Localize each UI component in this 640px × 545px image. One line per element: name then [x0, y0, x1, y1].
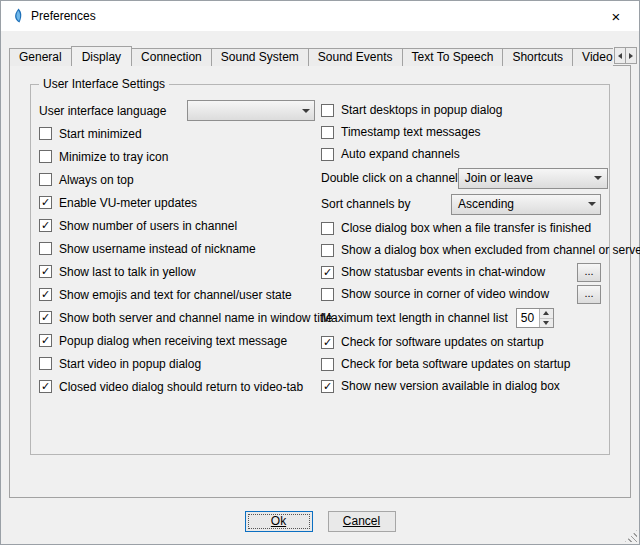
checkbox-row[interactable]: Check for beta software updates on start… — [321, 353, 601, 375]
tab-list: General Display Connection Sound System … — [9, 45, 613, 66]
tab-sound-events[interactable]: Sound Events — [308, 48, 403, 66]
checkbox[interactable]: ✓ — [39, 311, 52, 324]
checkbox-label: Start minimized — [59, 127, 142, 141]
double-click-label: Double click on a channel — [321, 171, 458, 185]
scroll-right-button[interactable] — [625, 47, 637, 64]
checkbox-label: Timestamp text messages — [341, 125, 481, 139]
checkbox-label: Show a dialog box when excluded from cha… — [341, 243, 640, 257]
checkbox-row[interactable]: Close dialog box when a file transfer is… — [321, 217, 601, 239]
max-text-length-label: Maximum text length in channel list — [321, 311, 508, 325]
checkbox[interactable]: ✓ — [39, 196, 52, 209]
checkbox-row[interactable]: Start desktops in popup dialog — [321, 99, 601, 121]
group-title: User Interface Settings — [39, 77, 169, 91]
right-column: Start desktops in popup dialog Timestamp… — [321, 99, 601, 446]
checkbox-label: Show source in corner of video window — [341, 287, 549, 301]
max-text-length-row: Maximum text length in channel list 50 — [321, 305, 601, 331]
checkbox-label: Check for software updates on startup — [341, 335, 544, 349]
checkbox-label: Minimize to tray icon — [59, 150, 168, 164]
checkbox-label: Enable VU-meter updates — [59, 196, 197, 210]
tab-text-to-speech[interactable]: Text To Speech — [402, 48, 504, 66]
checkbox-row[interactable]: Minimize to tray icon — [39, 145, 317, 168]
preferences-window: Preferences × General Display Connection… — [0, 0, 640, 545]
arrow-up-icon — [543, 311, 549, 315]
checkbox[interactable] — [39, 242, 52, 255]
checkbox[interactable] — [39, 127, 52, 140]
checkbox[interactable] — [321, 244, 334, 257]
arrow-left-icon — [618, 53, 622, 59]
tab-video[interactable]: Video — [572, 48, 613, 66]
video-source-more-button[interactable]: ... — [577, 285, 601, 304]
checkbox[interactable]: ✓ — [321, 380, 334, 393]
checkbox[interactable] — [321, 126, 334, 139]
checkbox-row[interactable]: ✓ Show new version available in dialog b… — [321, 375, 601, 397]
checkbox[interactable] — [39, 173, 52, 186]
checkbox[interactable] — [39, 357, 52, 370]
checkbox-label: Check for beta software updates on start… — [341, 357, 570, 371]
sort-channels-combobox-value: Ascending — [452, 197, 583, 211]
checkbox[interactable]: ✓ — [39, 380, 52, 393]
tab-scroll-control — [614, 47, 637, 64]
checkbox[interactable] — [39, 150, 52, 163]
close-button[interactable]: × — [593, 1, 639, 31]
checkbox-label: Show new version available in dialog box — [341, 379, 560, 393]
checkbox[interactable]: ✓ — [321, 336, 334, 349]
tab-shortcuts[interactable]: Shortcuts — [502, 48, 573, 66]
spin-up-button[interactable] — [540, 309, 553, 319]
checkbox-row[interactable]: ✓ Enable VU-meter updates — [39, 191, 317, 214]
spin-down-button[interactable] — [540, 319, 553, 328]
tab-general[interactable]: General — [9, 48, 72, 66]
checkbox-row[interactable]: Show username instead of nickname — [39, 237, 317, 260]
user-interface-settings-group: User Interface Settings User interface l… — [30, 84, 610, 455]
tab-display[interactable]: Display — [71, 46, 132, 66]
checkbox[interactable]: ✓ — [39, 219, 52, 232]
max-text-length-spinner[interactable]: 50 — [516, 308, 554, 328]
checkbox-row[interactable]: Timestamp text messages — [321, 121, 601, 143]
checkbox-row[interactable]: Show a dialog box when excluded from cha… — [321, 239, 601, 261]
checkbox-row[interactable]: ✓ Show emojis and text for channel/user … — [39, 283, 317, 306]
checkbox[interactable] — [321, 148, 334, 161]
titlebar[interactable]: Preferences × — [1, 1, 639, 31]
display-tab-page: User Interface Settings User interface l… — [9, 65, 631, 498]
checkbox-label: Show last to talk in yellow — [59, 265, 196, 279]
double-click-combobox[interactable]: Join or leave — [458, 168, 608, 189]
checkbox[interactable]: ✓ — [321, 266, 334, 279]
max-text-length-value: 50 — [517, 309, 539, 327]
checkbox[interactable] — [321, 104, 334, 117]
tab-bar: General Display Connection Sound System … — [9, 45, 637, 66]
checkbox-label: Closed video dialog should return to vid… — [59, 380, 303, 394]
cancel-button[interactable]: Cancel — [328, 511, 396, 532]
checkbox[interactable]: ✓ — [39, 334, 52, 347]
language-combobox[interactable] — [187, 100, 315, 121]
checkbox-row[interactable]: Start video in popup dialog — [39, 352, 317, 375]
checkbox-row[interactable]: ✓ Closed video dialog should return to v… — [39, 375, 317, 398]
checkbox[interactable] — [321, 358, 334, 371]
checkbox[interactable]: ✓ — [39, 265, 52, 278]
sort-channels-combobox[interactable]: Ascending — [451, 194, 601, 215]
checkbox-label: Popup dialog when receiving text message — [59, 334, 287, 348]
statusbar-events-more-button[interactable]: ... — [577, 263, 601, 282]
checkbox-label: Start video in popup dialog — [59, 357, 201, 371]
app-icon — [9, 8, 25, 24]
sort-channels-row: Sort channels by Ascending — [321, 191, 601, 217]
checkbox-row[interactable]: ✓ Show number of users in channel — [39, 214, 317, 237]
checkbox-row[interactable]: ✓ Check for software updates on startup — [321, 331, 601, 353]
checkbox[interactable]: ✓ — [39, 288, 52, 301]
checkbox-row[interactable]: Always on top — [39, 168, 317, 191]
checkbox[interactable] — [321, 288, 334, 301]
checkbox-row[interactable]: ✓ Show last to talk in yellow — [39, 260, 317, 283]
checkbox-row[interactable]: Auto expand channels — [321, 143, 601, 165]
checkbox-row[interactable]: Show source in corner of video window ..… — [321, 283, 601, 305]
ok-button-label: Ok — [271, 514, 286, 528]
chevron-down-icon — [297, 109, 314, 113]
tab-connection[interactable]: Connection — [131, 48, 212, 66]
window-title: Preferences — [31, 9, 96, 23]
tab-sound-system[interactable]: Sound System — [211, 48, 309, 66]
checkbox-row[interactable]: ✓ Show statusbar events in chat-window .… — [321, 261, 601, 283]
checkbox-row[interactable]: Start minimized — [39, 122, 317, 145]
checkbox-label: Show both server and channel name in win… — [59, 311, 333, 325]
checkbox-row[interactable]: ✓ Show both server and channel name in w… — [39, 306, 317, 329]
checkbox[interactable] — [321, 222, 334, 235]
ok-button[interactable]: Ok — [245, 511, 313, 532]
checkbox-row[interactable]: ✓ Popup dialog when receiving text messa… — [39, 329, 317, 352]
checkbox-label: Start desktops in popup dialog — [341, 103, 502, 117]
